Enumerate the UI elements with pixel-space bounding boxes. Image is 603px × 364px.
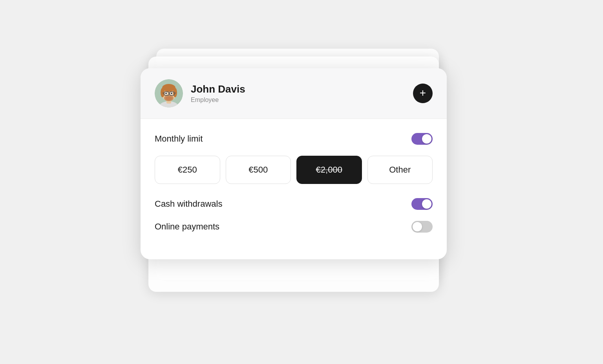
- amount-2000-text: €2,000: [316, 165, 342, 175]
- online-payments-label: Online payments: [155, 222, 219, 232]
- card-body: Monthly limit €250 €500 €2,000 Other Cas…: [141, 119, 447, 259]
- svg-point-19: [173, 88, 177, 97]
- monthly-limit-label: Monthly limit: [155, 134, 203, 144]
- monthly-limit-row: Monthly limit: [155, 133, 433, 145]
- toggle-knob-online: [413, 222, 422, 231]
- plus-icon: +: [420, 87, 426, 98]
- front-card: John Davis Employee + Monthly limit €250…: [141, 68, 447, 259]
- amount-btn-other[interactable]: Other: [367, 156, 433, 184]
- user-name: John Davis: [191, 83, 413, 95]
- svg-line-28: [174, 93, 176, 93]
- amount-btn-500[interactable]: €500: [226, 156, 291, 184]
- header-info: John Davis Employee: [191, 83, 413, 104]
- john-avatar: [155, 79, 183, 107]
- toggle-knob-cash: [422, 199, 431, 209]
- svg-point-23: [171, 93, 172, 94]
- svg-point-29: [166, 96, 172, 100]
- amount-btn-2000[interactable]: €2,000: [296, 156, 362, 184]
- add-button[interactable]: +: [413, 84, 433, 103]
- toggle-knob-monthly: [422, 134, 431, 144]
- svg-line-27: [163, 93, 164, 93]
- user-role: Employee: [191, 96, 413, 104]
- amount-btn-250[interactable]: €250: [155, 156, 220, 184]
- card-header: John Davis Employee +: [141, 68, 447, 119]
- svg-point-22: [165, 93, 167, 94]
- cash-withdrawals-label: Cash withdrawals: [155, 199, 222, 209]
- amount-grid: €250 €500 €2,000 Other: [155, 156, 433, 184]
- online-payments-toggle[interactable]: [411, 221, 433, 233]
- scene: Olivia Walker + Mo € Ca On: [141, 49, 462, 315]
- online-payments-row: Online payments: [155, 221, 433, 233]
- cash-withdrawals-toggle[interactable]: [411, 198, 433, 210]
- monthly-limit-toggle[interactable]: [411, 133, 433, 145]
- cash-withdrawals-row: Cash withdrawals: [155, 198, 433, 210]
